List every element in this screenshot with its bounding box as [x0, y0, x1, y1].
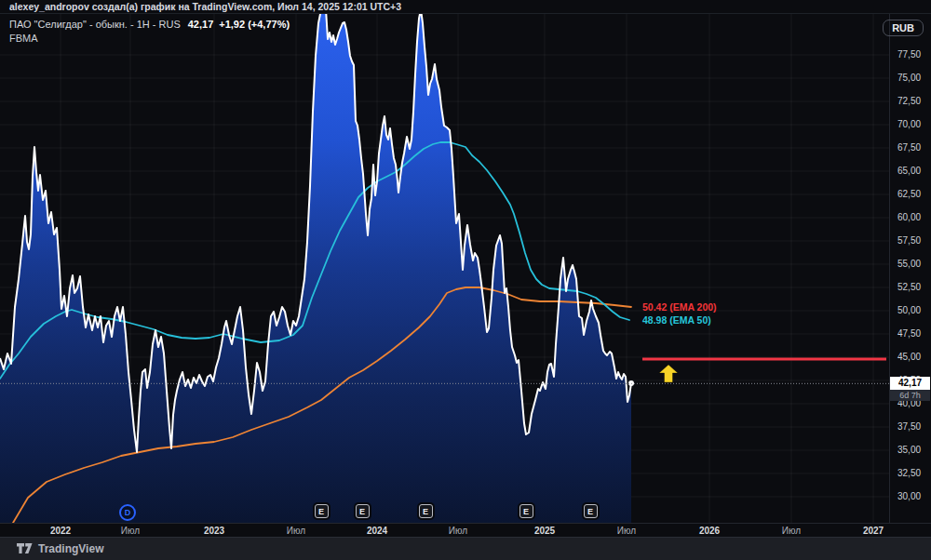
- dividend-marker[interactable]: D: [119, 504, 136, 521]
- last-price-value: 42,17: [188, 19, 214, 30]
- price-tick-label: 32,50: [897, 468, 921, 478]
- earnings-marker[interactable]: E: [584, 504, 598, 518]
- price-tick-label: 52,50: [897, 282, 921, 292]
- time-tick-month: Июл: [287, 524, 305, 538]
- price-tick-label: 35,00: [897, 445, 921, 455]
- price-tick-label: 55,00: [897, 259, 921, 269]
- price-axis[interactable]: 77,5075,0072,5070,0067,5065,0062,5060,00…: [889, 14, 931, 523]
- tradingview-logo-icon[interactable]: [17, 543, 33, 554]
- price-tick-label: 60,00: [897, 212, 921, 222]
- time-tick-month: Июл: [782, 524, 801, 538]
- earnings-marker[interactable]: E: [419, 504, 433, 518]
- earnings-marker[interactable]: E: [519, 504, 533, 518]
- earnings-marker[interactable]: E: [315, 504, 329, 518]
- tradingview-chart-page: alexey_andropov создал(а) график на Trad…: [0, 0, 931, 560]
- time-axis[interactable]: 2022Июл2023Июл2024Июл2025Июл2026Июл2027: [0, 523, 931, 538]
- price-tick-label: 57,50: [897, 235, 921, 246]
- price-tick-label: 75,00: [897, 73, 921, 83]
- time-tick-year: 2022: [50, 524, 71, 538]
- time-tick-year: 2025: [534, 524, 555, 538]
- time-tick-month: Июл: [121, 524, 140, 538]
- time-tick-year: 2026: [699, 524, 720, 538]
- time-tick-month: Июл: [617, 524, 636, 538]
- indicator-label[interactable]: FBMA: [9, 33, 290, 44]
- arrow-up-drawing[interactable]: [659, 365, 678, 382]
- earnings-marker[interactable]: E: [356, 504, 370, 518]
- price-tick-label: 65,00: [897, 166, 921, 176]
- price-tick-label: 30,00: [897, 491, 921, 501]
- ema50-value-label: 48.98 (EMA 50): [642, 314, 711, 326]
- time-tick-year: 2024: [367, 524, 387, 538]
- last-price-axis-label: 42,17: [890, 377, 930, 390]
- symbol-title[interactable]: ПАО "Селигдар" - обыкн. - 1H - RUS: [9, 19, 181, 30]
- legend: ПАО "Селигдар" - обыкн. - 1H - RUS42,17+…: [9, 19, 290, 44]
- price-change: +1,92 (+4,77%): [219, 19, 290, 30]
- price-tick-label: 67,50: [897, 142, 921, 153]
- price-tick-label: 62,50: [897, 189, 921, 199]
- price-tick-label: 77,50: [897, 49, 921, 60]
- price-tick-label: 47,50: [897, 328, 921, 339]
- price-tick-label: 37,50: [897, 421, 921, 432]
- price-tick-label: 70,00: [897, 119, 921, 129]
- bottom-toolbar: TradingView: [0, 537, 931, 560]
- chart-canvas[interactable]: [0, 0, 931, 560]
- currency-button[interactable]: RUB: [883, 20, 924, 36]
- event-markers-row: DEEEEE: [0, 504, 931, 521]
- price-tick-label: 45,00: [897, 352, 921, 362]
- bar-countdown-label: 6d 7h: [890, 390, 930, 401]
- time-tick-month: Июл: [449, 524, 467, 538]
- tradingview-logo-text[interactable]: TradingView: [38, 542, 103, 555]
- price-tick-label: 72,50: [897, 96, 921, 106]
- ema200-value-label: 50.42 (EMA 200): [642, 301, 717, 313]
- time-tick-year: 2023: [204, 524, 224, 538]
- price-tick-label: 50,00: [897, 305, 921, 315]
- time-tick-year: 2027: [863, 524, 884, 538]
- area-fill: [0, 9, 631, 523]
